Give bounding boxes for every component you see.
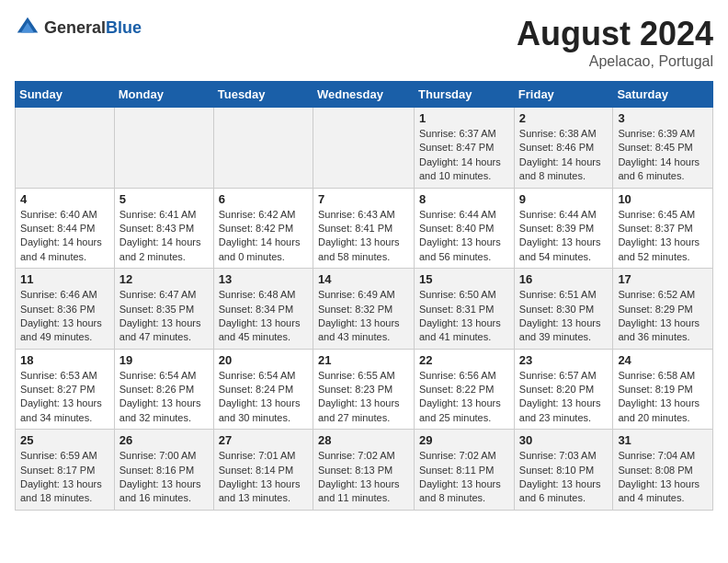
calendar-cell: 4Sunrise: 6:40 AM Sunset: 8:44 PM Daylig… — [16, 188, 115, 269]
calendar-cell: 14Sunrise: 6:49 AM Sunset: 8:32 PM Dayli… — [313, 269, 414, 350]
day-info: Sunrise: 6:59 AM Sunset: 8:17 PM Dayligh… — [20, 449, 109, 506]
calendar-week-3: 11Sunrise: 6:46 AM Sunset: 8:36 PM Dayli… — [16, 269, 713, 350]
calendar-cell: 22Sunrise: 6:56 AM Sunset: 8:22 PM Dayli… — [415, 349, 515, 430]
calendar-week-1: 1Sunrise: 6:37 AM Sunset: 8:47 PM Daylig… — [16, 108, 713, 189]
page-header: GeneralBlue August 2024 Apelacao, Portug… — [15, 15, 713, 70]
calendar-cell: 26Sunrise: 7:00 AM Sunset: 8:16 PM Dayli… — [114, 430, 213, 511]
day-info: Sunrise: 6:51 AM Sunset: 8:30 PM Dayligh… — [519, 288, 609, 345]
day-info: Sunrise: 6:44 AM Sunset: 8:40 PM Dayligh… — [419, 208, 509, 265]
logo-icon — [15, 15, 40, 40]
day-info: Sunrise: 6:48 AM Sunset: 8:34 PM Dayligh… — [219, 288, 308, 345]
day-number: 5 — [119, 192, 209, 206]
calendar-week-5: 25Sunrise: 6:59 AM Sunset: 8:17 PM Dayli… — [16, 430, 713, 511]
day-number: 15 — [419, 272, 509, 286]
day-number: 28 — [318, 433, 409, 447]
day-number: 13 — [219, 272, 308, 286]
day-number: 6 — [219, 192, 308, 206]
header-cell-sunday: Sunday — [16, 82, 115, 108]
calendar-body: 1Sunrise: 6:37 AM Sunset: 8:47 PM Daylig… — [16, 108, 713, 511]
day-number: 8 — [419, 192, 509, 206]
calendar-cell: 12Sunrise: 6:47 AM Sunset: 8:35 PM Dayli… — [114, 269, 213, 350]
calendar-cell: 8Sunrise: 6:44 AM Sunset: 8:40 PM Daylig… — [415, 188, 515, 269]
day-info: Sunrise: 6:53 AM Sunset: 8:27 PM Dayligh… — [20, 369, 109, 426]
header-cell-friday: Friday — [514, 82, 613, 108]
logo-general: General — [44, 18, 106, 37]
calendar-cell: 28Sunrise: 7:02 AM Sunset: 8:13 PM Dayli… — [313, 430, 414, 511]
day-number: 11 — [20, 272, 109, 286]
day-info: Sunrise: 6:46 AM Sunset: 8:36 PM Dayligh… — [20, 288, 109, 345]
calendar-cell: 1Sunrise: 6:37 AM Sunset: 8:47 PM Daylig… — [415, 108, 515, 189]
day-number: 29 — [419, 433, 509, 447]
calendar-table: SundayMondayTuesdayWednesdayThursdayFrid… — [15, 81, 713, 511]
day-info: Sunrise: 6:50 AM Sunset: 8:31 PM Dayligh… — [419, 288, 509, 345]
calendar-cell: 24Sunrise: 6:58 AM Sunset: 8:19 PM Dayli… — [613, 349, 713, 430]
title-block: August 2024 Apelacao, Portugal — [517, 15, 713, 70]
day-number: 16 — [519, 272, 609, 286]
logo-blue: Blue — [106, 18, 142, 37]
calendar-cell: 3Sunrise: 6:39 AM Sunset: 8:45 PM Daylig… — [613, 108, 713, 189]
header-cell-tuesday: Tuesday — [213, 82, 313, 108]
day-info: Sunrise: 7:04 AM Sunset: 8:08 PM Dayligh… — [618, 449, 708, 506]
calendar-cell: 30Sunrise: 7:03 AM Sunset: 8:10 PM Dayli… — [514, 430, 613, 511]
day-number: 10 — [618, 192, 708, 206]
day-number: 24 — [618, 353, 708, 367]
day-number: 25 — [20, 433, 109, 447]
calendar-cell: 21Sunrise: 6:55 AM Sunset: 8:23 PM Dayli… — [313, 349, 414, 430]
day-info: Sunrise: 6:58 AM Sunset: 8:19 PM Dayligh… — [618, 369, 708, 426]
calendar-cell: 13Sunrise: 6:48 AM Sunset: 8:34 PM Dayli… — [213, 269, 313, 350]
calendar-cell: 5Sunrise: 6:41 AM Sunset: 8:43 PM Daylig… — [114, 188, 213, 269]
calendar-cell: 17Sunrise: 6:52 AM Sunset: 8:29 PM Dayli… — [613, 269, 713, 350]
day-info: Sunrise: 6:45 AM Sunset: 8:37 PM Dayligh… — [618, 208, 708, 265]
day-number: 1 — [419, 111, 509, 125]
day-number: 18 — [20, 353, 109, 367]
header-row: SundayMondayTuesdayWednesdayThursdayFrid… — [16, 82, 713, 108]
day-info: Sunrise: 6:42 AM Sunset: 8:42 PM Dayligh… — [219, 208, 308, 265]
day-number: 19 — [119, 353, 209, 367]
day-info: Sunrise: 6:54 AM Sunset: 8:24 PM Dayligh… — [219, 369, 308, 426]
day-number: 12 — [119, 272, 209, 286]
calendar-cell: 11Sunrise: 6:46 AM Sunset: 8:36 PM Dayli… — [16, 269, 115, 350]
day-info: Sunrise: 6:55 AM Sunset: 8:23 PM Dayligh… — [318, 369, 409, 426]
calendar-cell: 23Sunrise: 6:57 AM Sunset: 8:20 PM Dayli… — [514, 349, 613, 430]
calendar-cell — [114, 108, 213, 189]
day-number: 17 — [618, 272, 708, 286]
header-cell-wednesday: Wednesday — [313, 82, 414, 108]
day-info: Sunrise: 6:43 AM Sunset: 8:41 PM Dayligh… — [318, 208, 409, 265]
day-info: Sunrise: 7:02 AM Sunset: 8:13 PM Dayligh… — [318, 449, 409, 506]
day-number: 23 — [519, 353, 609, 367]
calendar-cell: 16Sunrise: 6:51 AM Sunset: 8:30 PM Dayli… — [514, 269, 613, 350]
calendar-cell — [313, 108, 414, 189]
header-cell-saturday: Saturday — [613, 82, 713, 108]
day-number: 14 — [318, 272, 409, 286]
day-info: Sunrise: 7:02 AM Sunset: 8:11 PM Dayligh… — [419, 449, 509, 506]
day-info: Sunrise: 6:47 AM Sunset: 8:35 PM Dayligh… — [119, 288, 209, 345]
day-info: Sunrise: 7:00 AM Sunset: 8:16 PM Dayligh… — [119, 449, 209, 506]
calendar-week-2: 4Sunrise: 6:40 AM Sunset: 8:44 PM Daylig… — [16, 188, 713, 269]
day-number: 3 — [618, 111, 708, 125]
day-number: 2 — [519, 111, 609, 125]
calendar-cell: 15Sunrise: 6:50 AM Sunset: 8:31 PM Dayli… — [415, 269, 515, 350]
calendar-cell: 2Sunrise: 6:38 AM Sunset: 8:46 PM Daylig… — [514, 108, 613, 189]
logo: GeneralBlue — [15, 15, 142, 40]
day-number: 22 — [419, 353, 509, 367]
day-info: Sunrise: 6:41 AM Sunset: 8:43 PM Dayligh… — [119, 208, 209, 265]
header-cell-monday: Monday — [114, 82, 213, 108]
day-info: Sunrise: 6:52 AM Sunset: 8:29 PM Dayligh… — [618, 288, 708, 345]
day-info: Sunrise: 6:49 AM Sunset: 8:32 PM Dayligh… — [318, 288, 409, 345]
location: Apelacao, Portugal — [517, 53, 713, 70]
calendar-cell: 31Sunrise: 7:04 AM Sunset: 8:08 PM Dayli… — [613, 430, 713, 511]
day-info: Sunrise: 7:03 AM Sunset: 8:10 PM Dayligh… — [519, 449, 609, 506]
day-number: 4 — [20, 192, 109, 206]
day-info: Sunrise: 6:37 AM Sunset: 8:47 PM Dayligh… — [419, 127, 509, 184]
day-number: 7 — [318, 192, 409, 206]
calendar-cell: 19Sunrise: 6:54 AM Sunset: 8:26 PM Dayli… — [114, 349, 213, 430]
day-info: Sunrise: 7:01 AM Sunset: 8:14 PM Dayligh… — [219, 449, 308, 506]
day-number: 26 — [119, 433, 209, 447]
day-info: Sunrise: 6:56 AM Sunset: 8:22 PM Dayligh… — [419, 369, 509, 426]
calendar-cell: 7Sunrise: 6:43 AM Sunset: 8:41 PM Daylig… — [313, 188, 414, 269]
day-number: 9 — [519, 192, 609, 206]
calendar-cell: 18Sunrise: 6:53 AM Sunset: 8:27 PM Dayli… — [16, 349, 115, 430]
calendar-cell: 29Sunrise: 7:02 AM Sunset: 8:11 PM Dayli… — [415, 430, 515, 511]
header-cell-thursday: Thursday — [415, 82, 515, 108]
calendar-cell: 20Sunrise: 6:54 AM Sunset: 8:24 PM Dayli… — [213, 349, 313, 430]
